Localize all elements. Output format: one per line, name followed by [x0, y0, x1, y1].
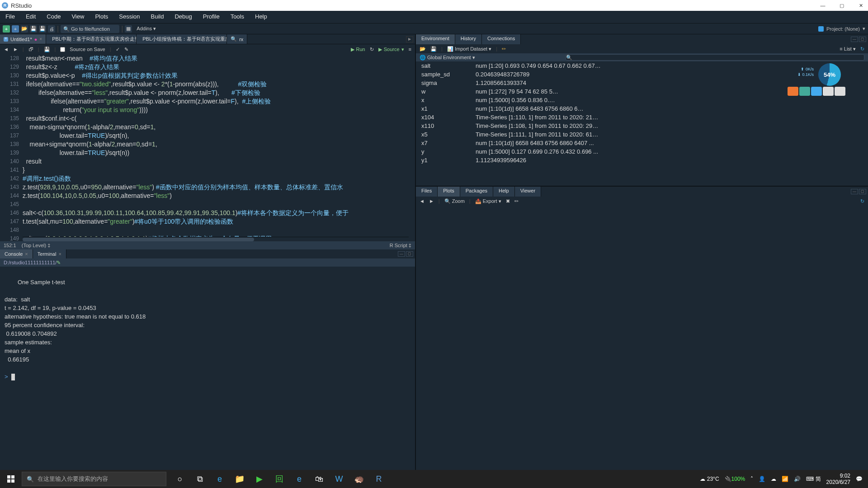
weather-tray[interactable]: ☁ 23°C — [700, 476, 719, 482]
app-icon-2[interactable]: 🦔 — [350, 470, 368, 488]
save-icon[interactable]: 💾 — [44, 47, 50, 52]
list-view-dropdown[interactable]: ≡ List ▾ — [840, 46, 856, 52]
minimize-button[interactable]: — — [817, 2, 828, 9]
cortana-icon[interactable]: ○ — [171, 470, 189, 488]
env-variable-row[interactable]: x104Time-Series [1:110, 1] from 2011 to … — [416, 113, 868, 122]
outline-icon[interactable]: ≡ — [409, 47, 411, 52]
new-project-icon[interactable]: + — [12, 25, 19, 33]
menu-edit[interactable]: Edit — [20, 11, 41, 23]
editor-tab[interactable]: 🔍rx — [227, 34, 247, 44]
taskbar-search-input[interactable]: 🔍 在这里输入你要搜索的内容 — [22, 472, 166, 486]
battery-tray[interactable]: 🔌100% — [725, 476, 745, 482]
plot-tab-help[interactable]: Help — [493, 187, 515, 197]
env-tab-history[interactable]: History — [455, 34, 482, 44]
clock-tray[interactable]: 9:02 2020/6/27 — [826, 473, 850, 486]
load-workspace-icon[interactable]: 📂 — [420, 46, 426, 52]
clear-plots-icon[interactable]: ✏ — [514, 198, 519, 204]
new-file-icon[interactable]: + — [3, 25, 10, 33]
menu-debug[interactable]: Debug — [169, 11, 197, 23]
editor-tab[interactable]: RUntitled1*●× — [0, 34, 46, 44]
addins-dropdown[interactable]: Addins ▾ — [134, 25, 159, 32]
language-label[interactable]: R Script — [390, 243, 407, 248]
back-icon[interactable]: ◄ — [4, 47, 9, 52]
menu-file[interactable]: File — [0, 11, 20, 23]
console-tab-terminal[interactable]: Terminal × — [33, 249, 66, 258]
ie-icon[interactable]: e — [290, 470, 308, 488]
editor-tab[interactable]: PBL小组报告终稿：基于R语言实现重庆...× — [137, 34, 227, 44]
menu-profile[interactable]: Profile — [198, 11, 225, 23]
edge-icon[interactable]: e — [211, 470, 229, 488]
plots-min-button[interactable]: — — [851, 189, 858, 194]
env-variable-row[interactable]: xnum [1:5000] 0.356 0.836 0.… — [416, 96, 868, 104]
word-icon[interactable]: W — [330, 470, 348, 488]
plot-prev-icon[interactable]: ◄ — [420, 198, 425, 204]
onedrive-icon[interactable]: ☁ — [771, 476, 776, 482]
open-file-icon[interactable]: 📂 — [21, 25, 28, 33]
run-button[interactable]: ▶ Run — [351, 47, 365, 52]
console-output[interactable]: One Sample t-test data: salt t = 2.142, … — [0, 267, 415, 470]
store-icon[interactable]: 🛍 — [310, 470, 328, 488]
editor-tab[interactable]: PBL中期：基于R语言实现重庆房价走势...× — [46, 34, 137, 44]
close-tab-icon[interactable]: × — [25, 251, 28, 257]
close-button[interactable]: ✕ — [855, 2, 866, 9]
print-icon[interactable]: 🖨 — [48, 25, 55, 33]
env-scope-dropdown[interactable]: 🌐 Global Environment ▾ — [420, 55, 475, 61]
menu-plots[interactable]: Plots — [90, 11, 113, 23]
refresh-icon[interactable]: ↻ — [860, 46, 864, 52]
ime-tray[interactable]: ⌨ 简 — [806, 475, 821, 483]
console-tab-console[interactable]: Console × — [0, 249, 33, 258]
source-on-save-checkbox[interactable] — [60, 47, 65, 52]
media-icon[interactable]: ▶ — [250, 470, 269, 488]
plots-max-button[interactable]: ▢ — [859, 189, 866, 194]
menu-code[interactable]: Code — [41, 11, 66, 23]
re-run-icon[interactable]: ↻ — [370, 47, 374, 52]
env-max-button[interactable]: ▢ — [859, 37, 866, 42]
plot-tab-packages[interactable]: Packages — [460, 187, 493, 197]
wifi-icon[interactable]: 📶 — [782, 476, 788, 482]
horizontal-scrollbar[interactable] — [23, 237, 409, 241]
project-dropdown[interactable]: ▾ — [863, 26, 865, 32]
code-editor[interactable]: 1281291301311321331341351361371381391401… — [0, 54, 415, 241]
import-dataset-dropdown[interactable]: 📊 Import Dataset ▾ — [447, 46, 491, 52]
env-search-input[interactable]: 🔍 — [566, 54, 864, 61]
save-workspace-icon[interactable]: 💾 — [430, 46, 437, 52]
zoom-button[interactable]: 🔍 Zoom — [444, 198, 465, 204]
refresh-plot-icon[interactable]: ↻ — [860, 198, 864, 204]
env-tab-connections[interactable]: Connections — [482, 34, 521, 44]
app-icon-1[interactable]: 回 — [270, 470, 288, 488]
pane-max-button[interactable]: ▢ — [406, 251, 413, 257]
explorer-icon[interactable]: 📁 — [231, 470, 249, 488]
clear-workspace-icon[interactable]: ✏ — [502, 46, 506, 52]
grid-icon[interactable]: ▦ — [125, 25, 132, 33]
menu-build[interactable]: Build — [146, 11, 170, 23]
wand-icon[interactable]: ✎ — [124, 47, 128, 52]
plot-tab-files[interactable]: Files — [416, 187, 438, 197]
spell-check-icon[interactable]: ✓ — [116, 47, 120, 52]
menu-tools[interactable]: Tools — [225, 11, 250, 23]
close-tab-icon[interactable]: × — [39, 37, 42, 42]
forward-icon[interactable]: ► — [13, 47, 18, 52]
env-variable-row[interactable]: x110Time-Series [1:108, 1] from 2011 to … — [416, 122, 868, 130]
people-icon[interactable]: 👤 — [759, 476, 765, 482]
env-variable-row[interactable]: x5Time-Series [1:111, 1] from 2011 to 20… — [416, 130, 868, 139]
env-variable-row[interactable]: x1num [1:10(1d)] 6658 6483 6756 6860 6… — [416, 104, 868, 113]
rstudio-taskbar-icon[interactable]: R — [370, 470, 388, 488]
project-label[interactable]: Project: (None) — [826, 26, 860, 32]
close-tab-icon[interactable]: × — [58, 251, 61, 257]
save-icon[interactable]: 💾 — [30, 25, 37, 33]
menu-help[interactable]: Help — [250, 11, 273, 23]
env-variable-row[interactable]: sigma1.12085661393374 — [416, 79, 868, 87]
tray-chevron-icon[interactable]: ˄ — [750, 476, 753, 482]
source-button[interactable]: ▶ Source ▾ — [378, 47, 404, 52]
menu-view[interactable]: View — [66, 11, 90, 23]
volume-icon[interactable]: 🔊 — [794, 476, 801, 482]
run-toolbar-icon[interactable]: ▶ — [406, 36, 413, 42]
plot-tab-viewer[interactable]: Viewer — [515, 187, 541, 197]
scope-label[interactable]: (Top Level) — [22, 243, 46, 248]
env-variable-row[interactable]: y11.11234939596426 — [416, 156, 868, 164]
start-button[interactable] — [0, 470, 22, 488]
maximize-button[interactable]: ▢ — [836, 2, 847, 9]
env-tab-environment[interactable]: Environment — [416, 34, 455, 44]
save-all-icon[interactable]: 💾 — [39, 25, 46, 33]
pane-min-button[interactable]: — — [398, 251, 405, 257]
